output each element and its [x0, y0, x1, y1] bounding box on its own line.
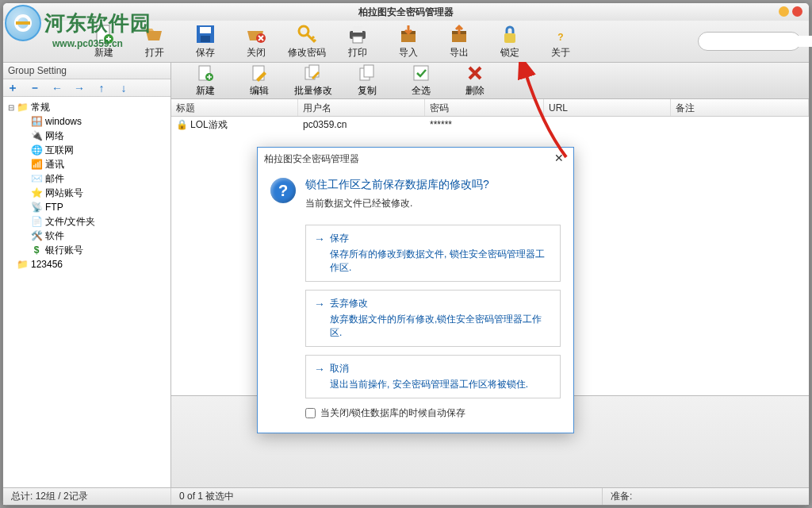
- tree-item[interactable]: 📶通讯: [19, 157, 169, 171]
- dialog-option-2[interactable]: →取消退出当前操作, 安全密码管理器工作区将被锁住.: [305, 355, 561, 398]
- tree: ⊟ 📁 常规 🪟windows🔌网络🌐互联网📶通讯✉️邮件⭐网站账号📡FTP📄文…: [3, 97, 170, 487]
- autosave-checkbox[interactable]: [305, 408, 316, 418]
- select-all-icon: [412, 64, 431, 83]
- arrow-right-icon: →: [314, 363, 325, 375]
- group-down-button[interactable]: ↓: [117, 82, 130, 94]
- st-label: 删除: [465, 84, 485, 98]
- st-label: 批量修改: [294, 84, 332, 98]
- dialog-option-1[interactable]: →丢弃修改放弃数据文件的所有修改,锁住安全密码管理器工作区.: [305, 290, 561, 347]
- svg-rect-14: [504, 33, 515, 43]
- dialog-close-button[interactable]: ✕: [551, 151, 567, 167]
- svg-rect-8: [353, 26, 362, 33]
- app-title: 柏拉图安全密码管理器: [358, 6, 454, 19]
- expand-icon[interactable]: ⊟: [6, 103, 16, 112]
- tb-label: 导出: [450, 46, 469, 60]
- option-desc: 保存所有的修改到数据文件, 锁住安全密码管理器工作区.: [314, 248, 552, 275]
- col-note[interactable]: 备注: [671, 99, 809, 116]
- st-copy[interactable]: 复制: [344, 64, 390, 98]
- group-left-button[interactable]: ←: [51, 82, 63, 94]
- main-toolbar: 新建 打开 保存 关闭 修改密码 打印 导入 导出 锁定 ?关于 🔍: [3, 21, 809, 63]
- printer-icon: [347, 23, 369, 45]
- svg-rect-22: [364, 65, 373, 77]
- dialog-question: 锁住工作区之前保存数据库的修改吗?: [305, 178, 489, 192]
- tb-save[interactable]: 保存: [184, 21, 226, 61]
- minimize-button[interactable]: [779, 6, 789, 17]
- key-icon: [296, 23, 318, 45]
- group-add-button[interactable]: ＋: [6, 81, 19, 95]
- col-url[interactable]: URL: [544, 99, 671, 116]
- tree-item[interactable]: 🛠️软件: [19, 229, 169, 243]
- st-selall[interactable]: 全选: [398, 64, 444, 98]
- st-label: 复制: [358, 84, 377, 98]
- st-batch[interactable]: 批量修改: [290, 64, 336, 98]
- save-icon: [194, 23, 216, 45]
- group-up-button[interactable]: ↑: [95, 82, 108, 94]
- tree-label: 文件/文件夹: [45, 215, 95, 229]
- close-window-button[interactable]: [792, 6, 802, 17]
- export-icon: [448, 23, 470, 45]
- tree-item[interactable]: 🔌网络: [19, 129, 169, 143]
- dialog-titlebar: 柏拉图安全密码管理器 ✕: [258, 148, 573, 170]
- svg-rect-4: [201, 36, 210, 42]
- arrow-right-icon: →: [314, 233, 325, 245]
- import-icon: [397, 23, 419, 45]
- search-box[interactable]: 🔍: [698, 32, 801, 51]
- tb-new[interactable]: 新建: [82, 21, 124, 61]
- win-icon: 🪟: [30, 115, 43, 128]
- tb-close[interactable]: 关闭: [235, 21, 277, 61]
- statusbar: 总计: 12组 / 2记录 0 of 1 被选中 准备:: [3, 487, 809, 505]
- dialog-option-0[interactable]: →保存保存所有的修改到数据文件, 锁住安全密码管理器工作区.: [305, 225, 561, 282]
- folder-open-icon: [144, 23, 166, 45]
- new-file-icon: [93, 23, 115, 45]
- copy-icon: [358, 64, 377, 83]
- tree-item[interactable]: 📡FTP: [19, 200, 169, 214]
- cell-user: pc0359.cn: [298, 119, 425, 130]
- tree-item[interactable]: 🌐互联网: [19, 143, 169, 157]
- table-row[interactable]: 🔒LOL游戏 pc0359.cn ******: [171, 117, 809, 133]
- tb-about[interactable]: ?关于: [539, 21, 581, 61]
- col-title[interactable]: 标题: [171, 99, 298, 116]
- tree-root[interactable]: ⊟ 📁 常规: [5, 100, 169, 114]
- st-delete[interactable]: 删除: [452, 64, 498, 98]
- question-icon: ?: [550, 23, 572, 45]
- tb-import[interactable]: 导入: [387, 21, 429, 61]
- tb-changepw[interactable]: 修改密码: [285, 21, 327, 61]
- tree-item[interactable]: ⭐网站账号: [19, 186, 169, 200]
- edit-icon: [250, 64, 269, 83]
- svg-text:?: ?: [557, 32, 563, 43]
- group-remove-button[interactable]: －: [29, 81, 41, 95]
- folder-icon: 📁: [16, 101, 29, 114]
- tb-export[interactable]: 导出: [438, 21, 480, 61]
- tree-item[interactable]: 📄文件/文件夹: [19, 214, 169, 229]
- st-label: 全选: [412, 84, 431, 98]
- net-icon: 🔌: [30, 129, 43, 142]
- cell-pwd: ******: [425, 119, 544, 130]
- tb-open[interactable]: 打开: [133, 21, 175, 61]
- status-left: 总计: 12组 / 2记录: [3, 488, 171, 505]
- tree-item[interactable]: ✉️邮件: [19, 171, 169, 186]
- col-user[interactable]: 用户名: [298, 99, 425, 116]
- tree-root-2[interactable]: 📁 123456: [5, 257, 169, 271]
- titlebar: 柏拉图安全密码管理器: [3, 3, 809, 21]
- tree-item[interactable]: $银行账号: [19, 243, 169, 257]
- soft-icon: 🛠️: [30, 229, 43, 242]
- col-pwd[interactable]: 密码: [425, 99, 544, 116]
- st-new[interactable]: 新建: [182, 64, 228, 98]
- tree-label: 网站账号: [45, 187, 83, 200]
- tree-item[interactable]: 🪟windows: [19, 114, 169, 129]
- st-edit[interactable]: 编辑: [236, 64, 282, 98]
- status-right: 准备:: [603, 488, 809, 505]
- cell-title: LOL游戏: [190, 118, 228, 132]
- delete-icon: [465, 64, 485, 83]
- tb-print[interactable]: 打印: [336, 21, 378, 61]
- st-label: 新建: [196, 84, 215, 98]
- autosave-checkbox-label[interactable]: 当关闭/锁住数据库的时候自动保存: [305, 406, 561, 420]
- tb-lock[interactable]: 锁定: [488, 21, 530, 61]
- tree-label: 常规: [31, 101, 50, 114]
- svg-rect-3: [200, 27, 211, 33]
- option-title: 保存: [330, 232, 349, 245]
- search-input[interactable]: [705, 36, 812, 47]
- tree-label: 互联网: [45, 144, 74, 157]
- group-right-button[interactable]: →: [73, 82, 86, 94]
- tree-label: 软件: [45, 229, 64, 243]
